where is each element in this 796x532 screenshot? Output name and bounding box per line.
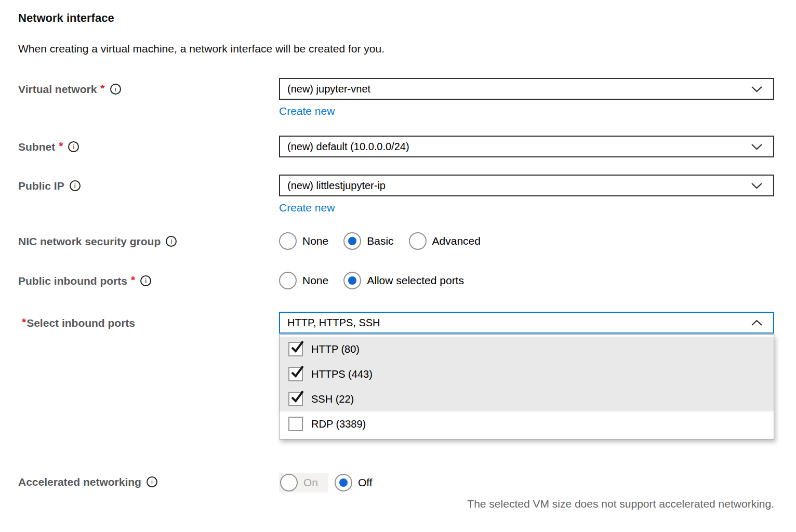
inbound-port-option-ssh[interactable]: SSH (22) xyxy=(280,387,774,411)
accelerated-networking-toggle: On Off xyxy=(279,473,774,493)
chevron-up-icon xyxy=(751,320,763,326)
create-new-vnet-link[interactable]: Create new xyxy=(279,104,335,118)
radio-unselected-icon xyxy=(409,232,427,250)
field-public-inbound-ports: Public inbound ports None Allow selected… xyxy=(18,272,774,289)
radio-unselected-icon xyxy=(279,272,297,289)
nsg-option-basic[interactable]: Basic xyxy=(343,232,393,250)
select-inbound-ports-combobox[interactable]: HTTP, HTTPS, SSH xyxy=(279,312,774,334)
checkbox-unchecked-icon xyxy=(288,417,303,431)
radio-selected-icon xyxy=(343,272,361,289)
inbound-port-option-label: RDP (3389) xyxy=(311,418,366,430)
field-subnet: Subnet (new) default (10.0.0.0/24) xyxy=(18,136,774,157)
network-interface-form: Network interface When creating a virtua… xyxy=(0,0,796,510)
field-select-inbound-ports: Select inbound ports HTTP, HTTPS, SSH HT… xyxy=(18,312,774,440)
info-icon[interactable] xyxy=(70,180,81,191)
inbound-port-option-https[interactable]: HTTPS (443) xyxy=(280,362,774,387)
field-accelerated-networking: Accelerated networking On Off The select… xyxy=(18,473,774,510)
inbound-port-option-label: HTTPS (443) xyxy=(311,368,373,380)
inbound-port-option-label: SSH (22) xyxy=(311,393,354,405)
checkbox-checked-icon xyxy=(288,342,303,356)
field-virtual-network: Virtual network (new) jupyter-vnet Creat… xyxy=(18,78,774,118)
info-icon[interactable] xyxy=(140,275,151,286)
page-description: When creating a virtual machine, a netwo… xyxy=(18,43,774,55)
checkbox-checked-icon xyxy=(288,367,303,381)
required-asterisk xyxy=(22,316,26,328)
nic-nsg-label: NIC network security group xyxy=(18,235,161,248)
public-ip-value: (new) littlestjupyter-ip xyxy=(287,180,386,192)
field-public-ip: Public IP (new) littlestjupyter-ip Creat… xyxy=(18,175,774,215)
nsg-option-advanced[interactable]: Advanced xyxy=(409,232,481,250)
info-icon[interactable] xyxy=(110,84,121,95)
checkbox-checked-icon xyxy=(288,392,303,406)
nsg-option-none[interactable]: None xyxy=(279,232,328,250)
inbound-option-allow-selected[interactable]: Allow selected ports xyxy=(343,272,464,289)
virtual-network-dropdown[interactable]: (new) jupyter-vnet xyxy=(279,78,774,100)
chevron-down-icon xyxy=(751,182,763,189)
field-nic-nsg: NIC network security group None Basic Ad… xyxy=(18,232,774,250)
radio-selected-icon xyxy=(343,232,361,250)
radio-unselected-icon xyxy=(279,232,297,250)
public-ip-dropdown[interactable]: (new) littlestjupyter-ip xyxy=(279,175,774,196)
required-asterisk xyxy=(131,274,135,286)
inbound-option-none[interactable]: None xyxy=(279,272,328,289)
accelerated-on-option: On xyxy=(279,473,328,493)
accelerated-networking-label: Accelerated networking xyxy=(18,475,141,488)
virtual-network-value: (new) jupyter-vnet xyxy=(287,83,370,95)
create-new-public-ip-link[interactable]: Create new xyxy=(279,201,335,215)
required-asterisk xyxy=(59,140,63,152)
inbound-port-option-rdp[interactable]: RDP (3389) xyxy=(280,411,774,436)
radio-selected-icon xyxy=(335,474,352,491)
public-ip-label: Public IP xyxy=(18,179,64,192)
subnet-label: Subnet xyxy=(18,140,55,153)
info-icon[interactable] xyxy=(68,141,79,152)
page-title: Network interface xyxy=(18,11,774,25)
inbound-port-option-label: HTTP (80) xyxy=(311,343,360,355)
select-inbound-ports-label: Select inbound ports xyxy=(26,316,135,329)
inbound-ports-dropdown-panel: HTTP (80) HTTPS (443) SSH (22) RDP xyxy=(279,334,774,440)
info-icon[interactable] xyxy=(166,236,177,247)
radio-disabled-icon xyxy=(280,474,298,491)
chevron-down-icon xyxy=(751,143,763,150)
info-icon[interactable] xyxy=(147,476,157,487)
subnet-value: (new) default (10.0.0.0/24) xyxy=(287,141,409,153)
required-asterisk xyxy=(100,82,104,95)
inbound-port-option-http[interactable]: HTTP (80) xyxy=(280,337,774,362)
nic-nsg-radio-group: None Basic Advanced xyxy=(279,232,774,250)
public-inbound-ports-label: Public inbound ports xyxy=(18,274,127,287)
virtual-network-label: Virtual network xyxy=(18,83,97,96)
inbound-ports-radio-group: None Allow selected ports xyxy=(279,272,774,289)
accelerated-off-option[interactable]: Off xyxy=(335,474,373,491)
chevron-down-icon xyxy=(751,86,763,92)
select-inbound-ports-value: HTTP, HTTPS, SSH xyxy=(287,317,380,329)
subnet-dropdown[interactable]: (new) default (10.0.0.0/24) xyxy=(279,136,774,157)
accelerated-networking-note: The selected VM size does not support ac… xyxy=(279,497,774,510)
